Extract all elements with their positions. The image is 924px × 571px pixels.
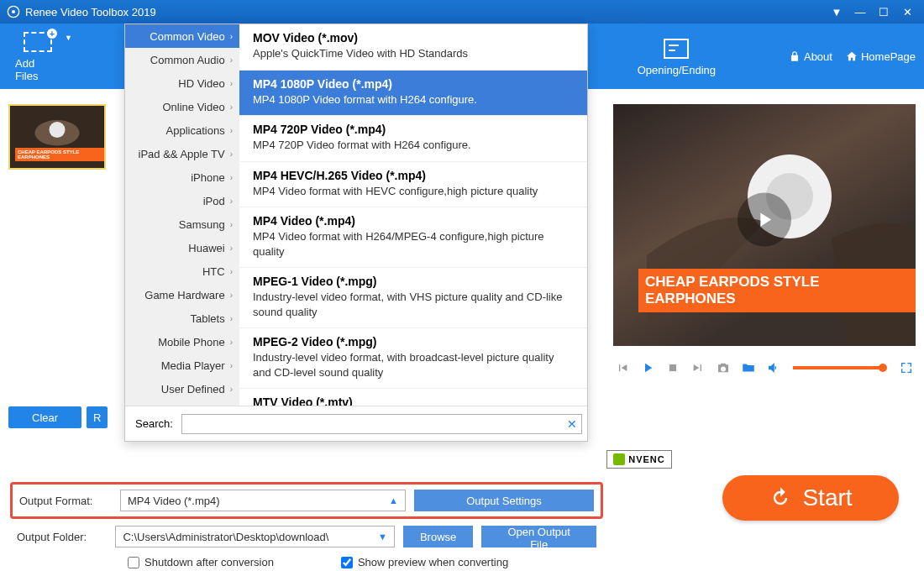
svg-rect-10 xyxy=(669,364,676,371)
browse-button[interactable]: Browse xyxy=(403,526,473,547)
category-item[interactable]: Tablets› xyxy=(125,306,239,330)
preview-checkbox[interactable]: Show preview when converting xyxy=(341,556,508,568)
svg-point-1 xyxy=(12,10,15,13)
search-row: Search: ✕ xyxy=(125,406,587,441)
play-overlay-icon[interactable] xyxy=(738,193,791,247)
preview-panel: CHEAP EARPODS STYLE EARPHONES xyxy=(613,104,916,390)
action-buttons: Clear R xyxy=(8,406,108,428)
output-settings-button[interactable]: Output Settings xyxy=(414,490,594,511)
preview-banner: CHEAP EARPODS STYLE EARPHONES xyxy=(638,269,916,312)
output-folder-select[interactable]: C:\Users\Administrator\Desktop\download\… xyxy=(115,526,395,547)
svg-point-7 xyxy=(50,122,66,138)
lock-icon xyxy=(789,50,801,62)
chevron-down-icon: ▼ xyxy=(65,34,72,42)
format-list[interactable]: MOV Video (*.mov)Apple's QuickTime Video… xyxy=(239,24,587,406)
chevron-up-icon: ▲ xyxy=(389,495,398,506)
format-item[interactable]: MTV Video (*.mtv)Music Television xyxy=(239,389,587,406)
format-item[interactable]: MP4 Video (*.mp4)MP4 Video format with H… xyxy=(239,207,587,268)
format-item[interactable]: MPEG-1 Video (*.mpg)Industry-level video… xyxy=(239,268,587,328)
output-folder-label: Output Folder: xyxy=(17,531,107,543)
category-item[interactable]: iPod› xyxy=(125,189,239,212)
open-output-button[interactable]: Open Output File xyxy=(481,526,596,547)
prev-button[interactable] xyxy=(615,360,630,375)
fullscreen-button[interactable] xyxy=(899,360,914,375)
category-item[interactable]: iPhone› xyxy=(125,165,239,189)
format-item[interactable]: MP4 720P Video (*.mp4)MP4 720P Video for… xyxy=(239,116,587,162)
nvenc-badge: NVENC xyxy=(606,450,672,469)
category-item[interactable]: Online Video› xyxy=(125,95,239,118)
opening-ending-label: Opening/Ending xyxy=(638,64,716,76)
volume-button[interactable] xyxy=(766,360,781,375)
app-logo-icon xyxy=(7,5,20,18)
stop-button[interactable] xyxy=(665,360,680,375)
svg-rect-2 xyxy=(664,39,688,58)
clear-search-icon[interactable]: ✕ xyxy=(567,417,577,431)
chevron-down-icon: ▼ xyxy=(378,532,387,542)
category-item[interactable]: Common Audio› xyxy=(125,48,239,71)
video-thumbnail[interactable]: CHEAP EARPODS STYLE EARPHONES xyxy=(8,104,106,170)
add-files-label: Add Files xyxy=(15,57,60,82)
output-folder-row: Output Folder: C:\Users\Administrator\De… xyxy=(10,521,603,553)
category-item[interactable]: Media Player› xyxy=(125,354,239,377)
format-item[interactable]: MP4 1080P Video (*.mp4)MP4 1080P Video f… xyxy=(239,71,587,117)
homepage-link[interactable]: HomePage xyxy=(846,50,916,63)
category-item[interactable]: Common Video› xyxy=(125,24,239,48)
nvidia-icon xyxy=(613,453,625,465)
minimize-button[interactable]: — xyxy=(850,2,870,22)
shutdown-checkbox[interactable]: Shutdown after conversion xyxy=(128,556,274,568)
format-item[interactable]: MP4 HEVC/H.265 Video (*.mp4)MP4 Video fo… xyxy=(239,162,587,208)
snapshot-button[interactable] xyxy=(716,360,731,375)
category-item[interactable]: Game Hardware› xyxy=(125,283,239,306)
start-button[interactable]: Start xyxy=(722,475,899,521)
search-input[interactable] xyxy=(181,414,582,434)
open-folder-button[interactable] xyxy=(741,360,756,375)
home-icon xyxy=(846,50,858,62)
preview-controls xyxy=(613,351,916,385)
next-button[interactable] xyxy=(690,360,706,375)
output-format-select[interactable]: MP4 Video (*.mp4) ▲ xyxy=(120,490,406,511)
output-format-row: Output Format: MP4 Video (*.mp4) ▲ Outpu… xyxy=(10,482,603,519)
category-item[interactable]: User Defined› xyxy=(125,377,239,401)
titlebar: Renee Video Toolbox 2019 ▼ — ☐ ✕ xyxy=(0,0,924,24)
checkbox-row: Shutdown after conversion Show preview w… xyxy=(128,556,508,568)
category-item[interactable]: Mobile Phone› xyxy=(125,330,239,354)
play-button[interactable] xyxy=(640,360,655,375)
thumbnail-banner: CHEAP EARPODS STYLE EARPHONES xyxy=(15,148,104,161)
output-format-label: Output Format: xyxy=(19,495,112,507)
volume-slider[interactable] xyxy=(793,366,884,369)
add-files-button[interactable]: ▼ Add Files xyxy=(0,24,76,89)
close-button[interactable]: ✕ xyxy=(897,2,917,22)
category-item[interactable]: Huawei› xyxy=(125,236,239,259)
category-item[interactable]: Samsung› xyxy=(125,212,239,236)
app-title: Renee Video Toolbox 2019 xyxy=(25,6,156,18)
opening-ending-button[interactable]: Opening/Ending xyxy=(622,24,731,89)
preview-image[interactable]: CHEAP EARPODS STYLE EARPHONES xyxy=(613,104,916,346)
page-icon xyxy=(664,39,689,59)
search-label: Search: xyxy=(135,417,173,430)
category-item[interactable]: HD Video› xyxy=(125,71,239,95)
clear-button[interactable]: Clear xyxy=(8,406,81,428)
format-item[interactable]: MOV Video (*.mov)Apple's QuickTime Video… xyxy=(239,24,587,71)
refresh-icon xyxy=(769,486,792,510)
format-dropdown: Common Video›Common Audio›HD Video›Onlin… xyxy=(124,24,588,442)
maximize-button[interactable]: ☐ xyxy=(874,2,894,22)
about-link[interactable]: About xyxy=(789,50,832,63)
format-item[interactable]: MPEG-2 Video (*.mpg)Industry-level video… xyxy=(239,328,587,389)
dropdown-icon[interactable]: ▼ xyxy=(827,2,847,22)
category-list: Common Video›Common Audio›HD Video›Onlin… xyxy=(125,24,239,406)
film-add-icon xyxy=(24,32,52,52)
category-item[interactable]: HTC› xyxy=(125,259,239,283)
rename-button[interactable]: R xyxy=(87,406,108,428)
category-item[interactable]: Applications› xyxy=(125,118,239,142)
category-item[interactable]: iPad && Apple TV› xyxy=(125,142,239,165)
